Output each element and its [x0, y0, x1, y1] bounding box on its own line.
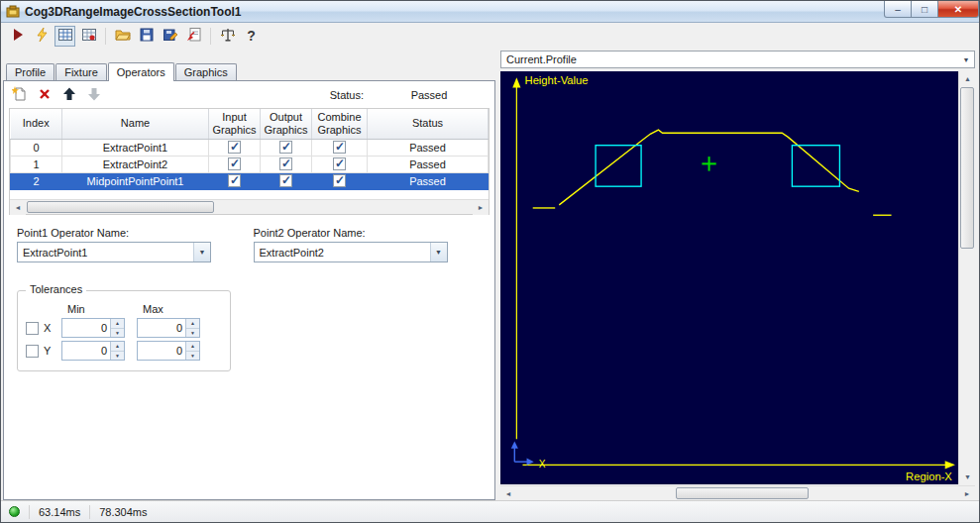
spin-up-icon[interactable]: ▲	[111, 342, 124, 352]
spin-up-icon[interactable]: ▲	[186, 319, 199, 329]
maximize-button[interactable]: □	[912, 1, 937, 18]
status-value: Passed	[371, 89, 488, 101]
scroll-right-arrow[interactable]: ►	[473, 200, 489, 215]
col-header-combine-graphics[interactable]: Combine Graphics	[312, 109, 368, 139]
scrollbar-track[interactable]	[959, 86, 975, 470]
minimize-button[interactable]: –	[884, 1, 912, 18]
col-header-name[interactable]: Name	[62, 109, 209, 139]
point2-operator-combobox[interactable]: ExtractPoint2 ▼	[254, 242, 448, 262]
delete-x-icon	[38, 87, 52, 103]
tolerance-x-max-spinner[interactable]: 0 ▲▼	[137, 318, 200, 338]
combine-graphics-checkbox[interactable]	[333, 141, 346, 154]
tolerance-y-max-spinner[interactable]: 0 ▲▼	[137, 341, 200, 361]
extract-region-box[interactable]	[596, 146, 641, 186]
table-row-selected[interactable]: 2 MidpointPointPoint1 Passed	[11, 172, 489, 189]
cell-name: ExtractPoint1	[62, 139, 209, 156]
grid-horizontal-scrollbar[interactable]: ◄ ►	[10, 199, 489, 214]
combine-graphics-checkbox[interactable]	[333, 174, 346, 187]
scroll-up-arrow[interactable]: ▲	[959, 71, 976, 86]
output-graphics-checkbox[interactable]	[279, 157, 292, 170]
chevron-down-icon[interactable]: ▼	[193, 243, 210, 262]
profile-source-combobox[interactable]: Current.Profile ▼	[500, 51, 975, 68]
delete-operator-button[interactable]	[36, 86, 54, 104]
save-button[interactable]	[136, 26, 157, 47]
scroll-right-arrow[interactable]: ►	[959, 486, 975, 501]
scrollbar-thumb[interactable]	[960, 87, 974, 249]
spin-down-icon[interactable]: ▼	[186, 329, 199, 338]
trigger-button[interactable]	[31, 26, 52, 47]
profile-horizontal-scrollbar[interactable]: ◄ ►	[500, 485, 975, 500]
import-results-button[interactable]	[183, 26, 204, 47]
scroll-down-arrow[interactable]: ▼	[959, 470, 976, 484]
tolerance-y-checkbox[interactable]	[26, 345, 39, 358]
extract-region-box[interactable]	[792, 146, 839, 186]
operators-grid-body: Index Name Input Graphics Output Graphic…	[10, 109, 489, 199]
tab-graphics[interactable]: Graphics	[175, 63, 237, 80]
help-button[interactable]: ?	[241, 26, 262, 47]
move-down-button[interactable]	[85, 86, 103, 104]
tab-profile[interactable]: Profile	[6, 63, 54, 80]
tolerance-y-min-spinner[interactable]: 0 ▲▼	[61, 341, 125, 361]
x-axis	[522, 461, 954, 469]
spin-up-icon[interactable]: ▲	[111, 319, 124, 329]
tool-window: Cog3DRangeImageCrossSectionTool1 – □ ✕	[0, 0, 980, 523]
spin-down-icon[interactable]: ▼	[111, 352, 124, 361]
col-header-input-graphics[interactable]: Input Graphics	[209, 109, 261, 139]
cell-index: 1	[11, 156, 62, 172]
col-header-output-graphics[interactable]: Output Graphics	[261, 109, 312, 139]
tab-operators[interactable]: Operators	[108, 62, 174, 81]
profile-panel: Current.Profile ▼	[498, 49, 977, 500]
region-axis-label: Region-X	[906, 471, 952, 482]
operators-toolbar: Status: Passed	[9, 84, 490, 106]
tolerance-y-min-value: 0	[62, 342, 110, 360]
scrollbar-track[interactable]	[516, 486, 959, 500]
output-graphics-checkbox[interactable]	[279, 174, 292, 187]
col-header-index[interactable]: Index	[11, 109, 62, 139]
show-current-image-button[interactable]	[54, 26, 75, 47]
scrollbar-thumb[interactable]	[27, 201, 214, 213]
chevron-down-icon[interactable]: ▼	[958, 52, 974, 67]
tolerance-y-max-value: 0	[138, 342, 185, 360]
spin-down-icon[interactable]: ▼	[111, 329, 124, 338]
table-row[interactable]: 0 ExtractPoint1 Passed	[11, 139, 489, 156]
cell-name: MidpointPointPoint1	[62, 172, 209, 189]
lightning-icon	[34, 27, 50, 45]
tab-strip: Profile Fixture Operators Graphics	[6, 62, 495, 80]
scroll-left-arrow[interactable]: ◄	[10, 200, 26, 215]
open-button[interactable]	[112, 26, 133, 47]
measure-button[interactable]	[217, 26, 238, 47]
scroll-left-arrow[interactable]: ◄	[500, 486, 516, 501]
add-operator-button[interactable]	[11, 86, 29, 104]
combine-graphics-checkbox[interactable]	[333, 157, 346, 170]
profile-vertical-scrollbar[interactable]: ▲ ▼	[958, 71, 975, 484]
profile-display[interactable]: Height-Value Region-X X	[500, 71, 958, 484]
cell-status: Passed	[368, 172, 489, 189]
input-graphics-checkbox[interactable]	[228, 141, 241, 154]
show-last-run-image-button[interactable]	[78, 26, 99, 47]
scrollbar-track[interactable]	[26, 200, 473, 214]
move-up-button[interactable]	[60, 86, 78, 104]
window-icon	[6, 5, 20, 19]
statusbar-separator	[89, 505, 90, 519]
run-button[interactable]	[7, 26, 28, 47]
toolbar-separator	[210, 28, 211, 45]
tolerance-x-checkbox[interactable]	[26, 322, 39, 335]
output-graphics-checkbox[interactable]	[279, 141, 292, 154]
tolerance-x-max-value: 0	[138, 319, 185, 337]
save-as-button[interactable]	[160, 26, 180, 47]
input-graphics-checkbox[interactable]	[228, 174, 241, 187]
spin-up-icon[interactable]: ▲	[186, 342, 199, 352]
run-icon	[10, 27, 26, 45]
table-row[interactable]: 1 ExtractPoint2 Passed	[11, 156, 489, 172]
scrollbar-thumb[interactable]	[676, 487, 809, 499]
tab-fixture[interactable]: Fixture	[55, 63, 107, 80]
col-header-status[interactable]: Status	[368, 109, 489, 139]
point1-operator-combobox[interactable]: ExtractPoint1 ▼	[17, 242, 211, 262]
origin-x-label: X	[539, 459, 546, 470]
profile-source-value: Current.Profile	[506, 53, 577, 65]
tolerance-x-min-spinner[interactable]: 0 ▲▼	[61, 318, 125, 338]
chevron-down-icon[interactable]: ▼	[430, 243, 447, 262]
input-graphics-checkbox[interactable]	[228, 157, 241, 170]
close-button[interactable]: ✕	[937, 1, 979, 18]
spin-down-icon[interactable]: ▼	[186, 352, 199, 361]
